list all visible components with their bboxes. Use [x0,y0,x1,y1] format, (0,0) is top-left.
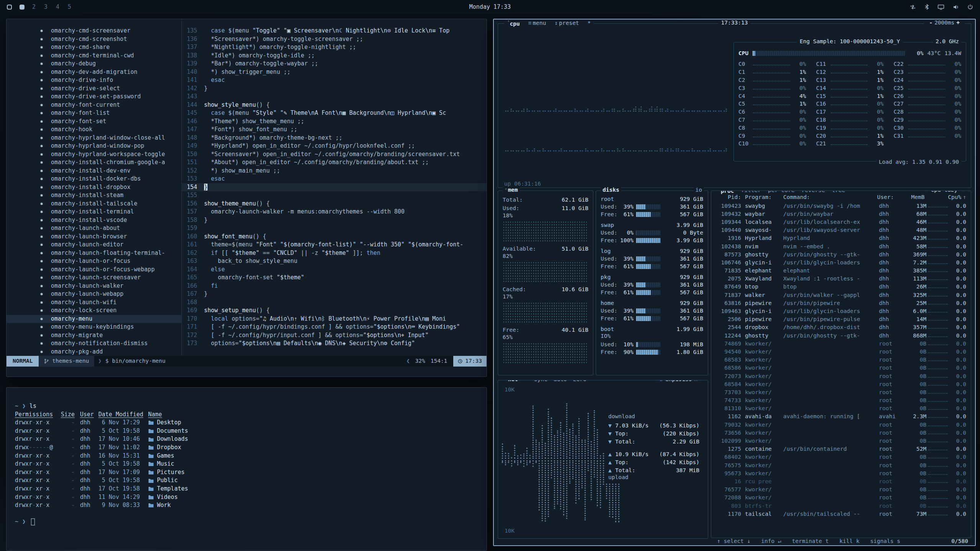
workspace-4[interactable]: 4 [56,3,59,10]
process-row[interactable]: 2075XwaylandXwayland :1 -rootless -dhh11… [711,275,971,283]
process-row[interactable]: 2544dropbox/home/dhh/.dropbox-distdhh357… [711,323,971,331]
file-item[interactable]: ✱omarchy-cmd-share [7,43,181,52]
proc-col-cpu[interactable]: Cpu% [944,194,961,200]
proc-col-pid[interactable]: Pid: [716,194,745,200]
workspace-3[interactable]: 3 [44,3,47,10]
process-row[interactable]: 74733kworker/root0B0.0 [711,396,971,404]
file-item[interactable]: ✱omarchy-debug [7,60,181,68]
file-item[interactable]: ✱omarchy-migrate [7,331,181,340]
btop-window[interactable]: ¹cpu ≡menu ↕preset * 17:33:13 -2000ms+ ⣀… [493,19,976,546]
net-auto-button[interactable]: auto [554,380,567,382]
bluetooth-icon[interactable] [924,4,929,10]
tab-cpu[interactable]: ¹cpu [507,20,520,27]
proc-col-memb[interactable]: MemB [902,194,924,200]
dir-name[interactable]: Videos [148,493,487,502]
interval-minus-button[interactable]: - [929,20,933,26]
file-item[interactable]: ✱omarchy-font-list [7,109,181,117]
process-row[interactable]: 68402kworker/root0B0.0 [711,453,971,461]
file-item[interactable]: ✱omarchy-menu-keybindings [7,323,181,331]
process-row[interactable]: 1170tailscal/usr/sbin/tailscaled --root7… [711,510,971,518]
process-row[interactable]: 2506pipewire/usr/bin/pipewire-pulsedhh14… [711,315,971,323]
process-row[interactable]: 12244ghostty/usr/bin/ghostty --gtk-dhh86… [711,331,971,339]
net-interface-switcher[interactable]: ←benp191s0n→ [654,380,703,382]
proc-col-command[interactable]: Command: [783,194,877,200]
file-item[interactable]: ✱omarchy-drive-set-password [7,93,181,101]
process-row[interactable]: 109423swaybg/usr/bin/swaybg -i /homdhh13… [711,202,971,210]
file-item[interactable]: ✱omarchy-drive-select [7,85,181,93]
workspace-active-icon[interactable] [20,5,24,10]
file-item[interactable]: ✱omarchy-hook [7,126,181,134]
process-row[interactable]: 94540kworker/root0B0.0 [711,347,971,355]
tab-menu[interactable]: ≡menu [528,20,546,26]
net-zero-button[interactable]: zero [573,380,586,382]
process-row[interactable]: 68586kworker/root0B0.0 [711,364,971,372]
code-pane[interactable]: 135 case $(menu "Toggle" "▣ Screensaver\… [182,19,487,356]
footer-button[interactable]: info ↵ [761,538,781,544]
file-item[interactable]: ✱omarchy-font-current [7,101,181,109]
file-item[interactable]: ✱omarchy-cmd-terminal-cwd [7,52,181,60]
workspace-2[interactable]: 2 [32,3,36,10]
process-row[interactable]: 87649btopbtopdhh26M0.0 [711,283,971,291]
file-item[interactable]: ✱omarchy-launch-browser [7,233,181,241]
process-row[interactable]: 109440swayosd-/usr/lib/swayosd-serverdhh… [711,226,971,234]
file-item[interactable]: ✱omarchy-launch-about [7,224,181,233]
file-item[interactable]: ✱omarchy-launch-screensaver [7,274,181,282]
file-item[interactable]: ✱omarchy-launch-or-focus [7,257,181,266]
footer-button[interactable]: signals s [870,538,900,544]
proc-filter-button[interactable]: filter [741,191,761,193]
file-item[interactable]: ✱omarchy-install-tailscale [7,200,181,208]
file-item[interactable]: ✱omarchy-install-dropbox [7,183,181,192]
process-row[interactable]: 72073kworker/root0B0.0 [711,372,971,380]
process-row[interactable]: 102438nvimnvim --embed .dhh58M0.0 [711,242,971,250]
footer-button[interactable]: ↑ select ↓ [717,538,750,544]
dir-name[interactable]: Documents [148,427,487,435]
process-row[interactable]: 68584kworker/root0B0.0 [711,380,971,388]
process-row[interactable]: 1162avahi-daavahi-daemon: running [avahi… [711,412,971,421]
file-item[interactable]: ✱omarchy-drive-info [7,76,181,85]
process-row[interactable]: 73703kworker/root0B0.0 [711,388,971,396]
proc-reverse-button[interactable]: reverse [802,191,825,193]
file-list-pane[interactable]: ✱omarchy-cmd-screensaver✱omarchy-cmd-scr… [7,19,182,356]
proc-sort-selector[interactable]: ←cpu lazy→ [922,191,966,193]
process-row[interactable]: 109344localsea/usr/lib/localsearch-exdhh… [711,218,971,226]
proc-tree-button[interactable]: tree [832,191,845,193]
process-row[interactable]: 81310kworker/root0B0.0 [711,404,971,412]
process-row[interactable]: 63816pipewire/usr/bin/pipewiredhh25M0.0 [711,299,971,307]
editor-window[interactable]: ✱omarchy-cmd-screensaver✱omarchy-cmd-scr… [6,19,487,377]
dir-name[interactable]: Work [148,501,487,510]
tab-preset[interactable]: ↕preset [554,20,579,26]
file-item[interactable]: ✱omarchy-launch-or-focus-webapp [7,266,181,274]
file-item[interactable]: ✱omarchy-launch-editor [7,241,181,249]
footer-button[interactable]: terminate t [792,538,829,544]
process-row[interactable]: 74869kworker/root0B0.0 [711,339,971,347]
file-item[interactable]: ✱omarchy-install-vscode [7,216,181,225]
file-item[interactable]: ✱omarchy-menu [7,315,181,323]
process-row[interactable]: 72088kworker/root0B0.0 [711,494,971,502]
process-row[interactable]: 1916HyprlandHyprlanddhh423M0.0 [711,234,971,242]
file-item[interactable]: ✱omarchy-install-chromium-google-a [7,158,181,167]
terminal-window[interactable]: ~ ❯ ls PermissionsSizeUserDate ModifiedN… [6,387,487,551]
file-item[interactable]: ✱omarchy-launch-walker [7,282,181,290]
file-item[interactable]: ✱omarchy-cmd-screensaver [7,27,181,35]
file-item[interactable]: ✱omarchy-launch-wifi [7,298,181,307]
file-item[interactable]: ✱omarchy-lock-screen [7,306,181,315]
process-row[interactable]: 71837walker/usr/bin/walker --gappldhh325… [711,291,971,299]
footer-button[interactable]: kill k [840,538,859,544]
file-item[interactable]: ✱omarchy-launch-webapp [7,290,181,298]
process-row[interactable]: 95673kworker/root0B0.0 [711,469,971,477]
process-row[interactable]: 73656kworker/root0B0.0 [711,429,971,437]
file-item[interactable]: ✱omarchy-launch-floating-terminal- [7,249,181,258]
dir-name[interactable]: Dropbox [148,443,487,452]
process-row[interactable]: 71835elephantelephantdhh385M0.0 [711,267,971,275]
file-item[interactable]: ✱omarchy-install-dev-env [7,167,181,175]
prompt-line-current[interactable]: ~ ❯ [15,518,487,526]
process-row[interactable]: 16rcu_preeroot0B0.0 [711,477,971,485]
process-row[interactable]: 68583kworker/root0B0.0 [711,356,971,364]
workspace-5[interactable]: 5 [68,3,71,10]
process-row[interactable]: 1275containe/usr/bin/containerdroot52M0.… [711,445,971,453]
net-sync-button[interactable]: sync [534,380,547,382]
file-item[interactable]: ✱omarchy-install-docker-dbs [7,175,181,183]
dir-name[interactable]: Music [148,460,487,468]
process-row[interactable]: 102099kworker/root0B0.0 [711,437,971,445]
display-icon[interactable] [938,4,944,10]
